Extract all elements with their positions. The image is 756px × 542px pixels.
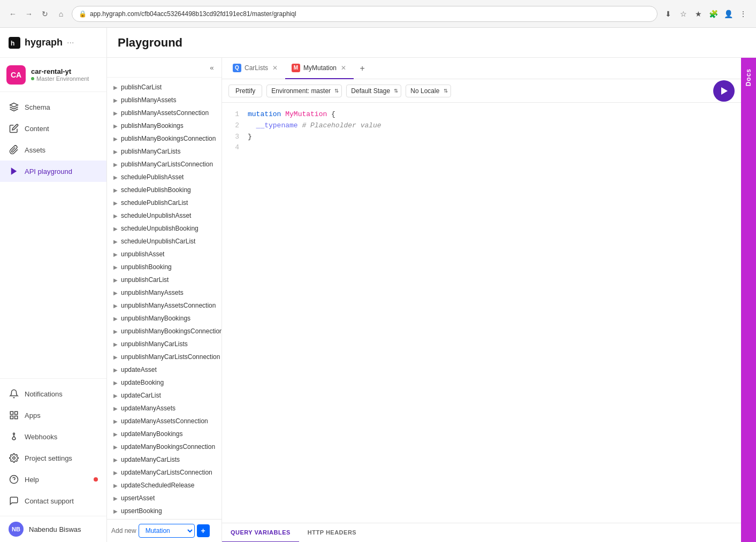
list-item[interactable]: ▶unpublishManyBookings xyxy=(107,312,222,325)
arrow-icon: ▶ xyxy=(113,406,118,411)
add-tab-button[interactable]: + xyxy=(356,62,369,75)
list-item[interactable]: ▶updateScheduledRelease xyxy=(107,479,222,492)
sidebar-bottom-nav: Notifications Apps Webhooks xyxy=(0,378,106,516)
list-item[interactable]: ▶unpublishBooking xyxy=(107,261,222,273)
tab-carlists[interactable]: Q CarLists ✕ xyxy=(226,58,285,79)
sidebar-item-assets[interactable]: Assets xyxy=(0,139,106,161)
sidebar-item-apps[interactable]: Apps xyxy=(0,404,106,426)
no-locale-select[interactable]: No Locale xyxy=(406,85,451,97)
user-info: car-rental-yt Master Environment xyxy=(31,67,89,82)
sidebar-user-bottom[interactable]: NB Nabendu Biswas xyxy=(0,516,106,542)
play-icon xyxy=(721,87,728,95)
list-item[interactable]: ▶publishManyCarListsConnection xyxy=(107,158,222,171)
tab-query-variables[interactable]: QUERY VARIABLES xyxy=(222,523,299,543)
arrow-icon: ▶ xyxy=(113,457,118,463)
sidebar-item-help[interactable]: Help xyxy=(0,469,106,490)
list-item[interactable]: ▶updateManyCarListsConnection xyxy=(107,466,222,479)
forward-button[interactable]: → xyxy=(22,7,35,20)
webhook-icon xyxy=(9,431,19,442)
run-query-button[interactable] xyxy=(713,80,735,102)
list-item[interactable]: ▶updateBooking xyxy=(107,376,222,389)
sidebar-item-label: Help xyxy=(25,476,39,484)
sidebar-item-label: Apps xyxy=(25,411,41,419)
sidebar-item-contact-support[interactable]: Contact support xyxy=(0,490,106,512)
arrow-icon: ▶ xyxy=(113,380,118,386)
bell-icon xyxy=(9,388,19,399)
prettify-button[interactable]: Prettify xyxy=(228,85,262,97)
sidebar-user-project[interactable]: ca car-rental-yt Master Environment xyxy=(0,58,106,92)
refresh-button[interactable]: ↻ xyxy=(39,7,51,20)
list-item[interactable]: ▶unpublishAsset xyxy=(107,248,222,261)
sidebar-item-schema[interactable]: Schema xyxy=(0,96,106,118)
close-tab-icon[interactable]: ✕ xyxy=(340,64,347,72)
address-bar[interactable]: 🔒 app.hygraph.com/cfb04acc53264498b13cd9… xyxy=(72,6,658,22)
list-item[interactable]: ▶updateManyCarLists xyxy=(107,453,222,466)
arrow-icon: ▶ xyxy=(113,277,118,283)
arrow-icon: ▶ xyxy=(113,303,118,309)
extensions-icon[interactable]: 🧩 xyxy=(707,7,720,20)
list-item[interactable]: ▶updateCarList xyxy=(107,389,222,402)
list-item[interactable]: ▶updateManyBookingsConnection xyxy=(107,440,222,453)
home-button[interactable]: ⌂ xyxy=(55,7,67,20)
docs-label: Docs xyxy=(745,68,752,86)
arrow-icon: ▶ xyxy=(113,444,118,450)
svg-rect-6 xyxy=(15,416,18,419)
explorer-list: ▶publishCarList ▶publishManyAssets ▶publ… xyxy=(107,78,222,519)
list-item[interactable]: ▶schedulePublishAsset xyxy=(107,171,222,184)
sidebar-item-project-settings[interactable]: Project settings xyxy=(0,447,106,469)
sidebar-item-label: Contact support xyxy=(25,497,74,505)
list-item[interactable]: ▶unpublishManyBookingsConnection xyxy=(107,325,222,338)
sidebar-item-webhooks[interactable]: Webhooks xyxy=(0,426,106,447)
list-item[interactable]: ▶updateManyBookings xyxy=(107,428,222,440)
list-item[interactable]: ▶unpublishManyCarLists xyxy=(107,338,222,350)
list-item[interactable]: ▶updateManyAssetsConnection xyxy=(107,415,222,428)
list-item[interactable]: ▶scheduleUnpublishAsset xyxy=(107,209,222,222)
list-item[interactable]: ▶schedulePublishCarList xyxy=(107,196,222,209)
sidebar-item-label: Schema xyxy=(25,103,50,111)
download-icon[interactable]: ⬇ xyxy=(662,7,675,20)
list-item[interactable]: ▶publishManyAssets xyxy=(107,94,222,106)
list-item[interactable]: ▶schedulePublishBooking xyxy=(107,184,222,196)
sidebar-item-label: Webhooks xyxy=(25,433,57,441)
list-item[interactable]: ▶upsertAsset xyxy=(107,492,222,505)
default-stage-select[interactable]: Default Stage xyxy=(346,85,401,97)
add-new-button[interactable]: + xyxy=(197,524,210,537)
close-tab-icon[interactable]: ✕ xyxy=(271,64,279,72)
sidebar-item-label: Assets xyxy=(25,146,45,154)
collapse-explorer-button[interactable]: « xyxy=(204,60,219,75)
list-item[interactable]: ▶publishManyCarLists xyxy=(107,145,222,158)
list-item[interactable]: ▶publishManyBookings xyxy=(107,119,222,132)
sidebar-item-content[interactable]: Content xyxy=(0,118,106,139)
sidebar-item-api-playground[interactable]: API playground xyxy=(0,161,106,182)
sidebar-item-notifications[interactable]: Notifications xyxy=(0,383,106,404)
arrow-icon: ▶ xyxy=(113,483,118,488)
bookmark-icon[interactable]: ☆ xyxy=(677,7,690,20)
list-item[interactable]: ▶unpublishCarList xyxy=(107,273,222,286)
list-item[interactable]: ▶publishManyAssetsConnection xyxy=(107,106,222,119)
list-item[interactable]: ▶unpublishManyAssetsConnection xyxy=(107,299,222,312)
sidebar-logo-dots: ··· xyxy=(67,38,74,48)
list-item[interactable]: ▶updateAsset xyxy=(107,363,222,376)
add-new-type-select[interactable]: Mutation Query Subscription xyxy=(139,524,195,538)
arrow-icon: ▶ xyxy=(113,418,118,424)
star-icon[interactable]: ★ xyxy=(692,7,705,20)
profile-icon[interactable]: 👤 xyxy=(722,7,735,20)
layers-icon xyxy=(9,102,19,112)
list-item[interactable]: ▶publishCarList xyxy=(107,81,222,94)
help-icon xyxy=(9,474,19,485)
list-item[interactable]: ▶updateManyAssets xyxy=(107,402,222,415)
docs-sidebar[interactable]: Docs xyxy=(741,58,756,542)
list-item[interactable]: ▶publishManyBookingsConnection xyxy=(107,132,222,145)
list-item[interactable]: ▶upsertBooking xyxy=(107,505,222,517)
tab-http-headers[interactable]: HTTP HEADERS xyxy=(299,523,365,543)
back-button[interactable]: ← xyxy=(6,7,19,20)
environment-select[interactable]: Environment: master xyxy=(266,85,342,97)
tab-mymutation[interactable]: M MyMutation ✕ xyxy=(285,58,354,79)
code-editor[interactable]: 1 mutation MyMutation { 2 __typename # P… xyxy=(222,103,741,523)
svg-point-9 xyxy=(13,457,16,460)
menu-icon[interactable]: ⋮ xyxy=(737,7,750,20)
list-item[interactable]: ▶unpublishManyCarListsConnection xyxy=(107,350,222,363)
list-item[interactable]: ▶scheduleUnpublishCarList xyxy=(107,235,222,248)
list-item[interactable]: ▶scheduleUnpublishBooking xyxy=(107,222,222,235)
list-item[interactable]: ▶unpublishManyAssets xyxy=(107,286,222,299)
